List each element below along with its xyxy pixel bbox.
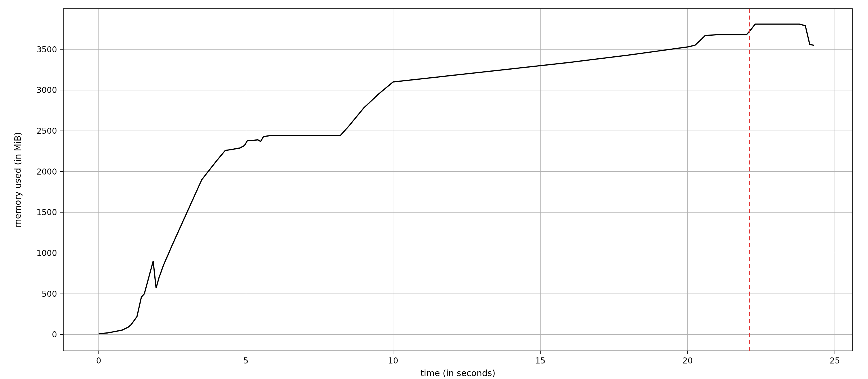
chart-svg: 0510152025 0500100015002000250030003500 …	[0, 0, 868, 379]
x-tick-label: 20	[683, 356, 693, 366]
y-tick-label: 500	[42, 289, 57, 299]
chart-container: 0510152025 0500100015002000250030003500 …	[0, 0, 868, 379]
x-tick-label: 15	[535, 356, 546, 366]
y-tick-label: 1500	[37, 208, 57, 217]
y-axis-label: memory used (in MiB)	[13, 132, 23, 228]
y-tick-label: 0	[52, 330, 57, 339]
y-tick-label: 2000	[37, 167, 57, 177]
y-tick-label: 2500	[37, 126, 57, 136]
x-tick-label: 5	[243, 356, 249, 366]
plot-frame	[63, 9, 852, 351]
x-ticks: 0510152025	[96, 351, 840, 366]
y-ticks: 0500100015002000250030003500	[37, 45, 63, 340]
x-tick-label: 10	[388, 356, 398, 366]
y-tick-label: 3500	[37, 45, 57, 54]
series-memory	[99, 24, 814, 334]
y-tick-label: 1000	[37, 248, 57, 258]
y-tick-label: 3000	[37, 85, 57, 95]
x-tick-label: 0	[96, 356, 101, 366]
series-group	[99, 24, 814, 334]
x-tick-label: 25	[830, 356, 840, 366]
x-axis-label: time (in seconds)	[421, 368, 495, 378]
grid	[63, 9, 852, 351]
